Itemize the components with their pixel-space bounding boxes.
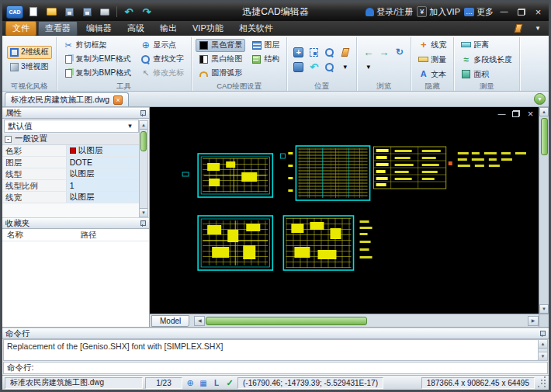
model-tab[interactable]: Model: [151, 315, 189, 327]
ribbon-item-copy-bmp[interactable]: 复制为BMP格式: [61, 67, 135, 80]
pan-button[interactable]: [291, 46, 306, 59]
login-register-button[interactable]: 登录/注册: [366, 6, 413, 18]
menu-advanced[interactable]: 高级: [120, 21, 151, 36]
tab-close-icon[interactable]: [113, 95, 123, 105]
minimize-button[interactable]: [497, 6, 511, 18]
redraw-brush-icon: [341, 48, 349, 57]
scroll-thumb[interactable]: [140, 131, 147, 151]
ribbon-item-text-toggle[interactable]: 文本: [415, 68, 449, 81]
ribbon-item-lineweight[interactable]: 线宽: [415, 38, 449, 51]
redraw-button[interactable]: [338, 46, 352, 59]
scroll-thumb[interactable]: [541, 118, 548, 155]
refresh-button[interactable]: [392, 46, 407, 59]
browse-dropdown[interactable]: [361, 61, 376, 74]
save-as-button[interactable]: [79, 5, 95, 19]
menu-editor[interactable]: 编辑器: [79, 21, 119, 36]
ribbon-item-2d-wireframe[interactable]: 2维线框: [7, 46, 52, 59]
ribbon-item-copy-emf[interactable]: 复制为EMF格式: [61, 53, 135, 66]
favorites-column-path[interactable]: 路径: [76, 229, 150, 241]
drawing-canvas[interactable]: Model: [150, 107, 549, 327]
pin-icon[interactable]: [140, 220, 146, 227]
zoom-in-button[interactable]: [322, 46, 337, 59]
scroll-up-icon[interactable]: [140, 121, 147, 130]
close-button[interactable]: [532, 6, 545, 18]
menu-vip-features[interactable]: VIP功能: [185, 21, 230, 36]
ribbon-item-layers[interactable]: 图层: [248, 39, 282, 52]
zoom-dynamic-button[interactable]: [322, 61, 337, 74]
forward-button[interactable]: [376, 46, 391, 59]
property-group-general[interactable]: 一般设置: [2, 134, 139, 145]
resize-grip[interactable]: [537, 378, 546, 388]
osnap-toggle-icon[interactable]: [185, 377, 196, 388]
scroll-up-icon[interactable]: [539, 340, 547, 349]
zoom-window-button[interactable]: [307, 46, 321, 59]
ribbon-item-distance[interactable]: 距离: [458, 38, 515, 51]
close-icon: [533, 7, 543, 17]
menu-output[interactable]: 输出: [153, 21, 184, 36]
ribbon-collapse-button[interactable]: [530, 22, 546, 36]
new-file-button[interactable]: [26, 5, 41, 19]
command-scrollbar[interactable]: [538, 340, 547, 360]
ribbon-item-find-text[interactable]: 查找文字: [137, 53, 187, 66]
scroll-down-icon[interactable]: [140, 208, 147, 217]
open-file-button[interactable]: [43, 5, 59, 19]
forward-arrow-icon: [379, 47, 389, 57]
document-tab[interactable]: 标准农民房建筑施工图.dwg: [5, 92, 129, 106]
skin-button[interactable]: [511, 22, 526, 36]
join-vip-button[interactable]: 加入VIP: [417, 6, 460, 18]
canvas-vertical-scrollbar[interactable]: [539, 107, 549, 314]
scroll-right-icon[interactable]: [528, 316, 539, 326]
properties-scrollbar[interactable]: [139, 120, 148, 217]
grid-toggle-icon[interactable]: [198, 377, 209, 388]
print-button[interactable]: [97, 5, 113, 19]
ribbon-item-bw-drawing[interactable]: 黑白绘图: [196, 53, 245, 66]
scroll-left-icon[interactable]: [194, 316, 205, 326]
ribbon-item-measure-toggle[interactable]: 测量: [415, 53, 449, 66]
zoom-scale-dropdown[interactable]: [338, 61, 352, 74]
save-button[interactable]: [61, 5, 77, 19]
menu-related-software[interactable]: 相关软件: [232, 21, 280, 36]
ribbon-item-black-background[interactable]: 黑色背景: [196, 39, 245, 52]
ribbon-item-3d-view[interactable]: 3维视图: [7, 61, 52, 74]
ribbon-item-clip-frame[interactable]: 剪切框架: [61, 39, 135, 52]
mdi-minimize-icon[interactable]: [497, 109, 507, 119]
zoom-extents-button[interactable]: [291, 61, 306, 74]
property-value-layer[interactable]: DOTE: [67, 157, 139, 168]
scroll-thumb[interactable]: [206, 317, 366, 325]
maximize-button[interactable]: [515, 6, 528, 18]
property-preset-dropdown[interactable]: 默认值: [4, 120, 139, 133]
ribbon-item-show-points[interactable]: 显示点: [137, 39, 187, 52]
ribbon-item-structure[interactable]: 结构: [248, 53, 282, 66]
favorites-list[interactable]: [2, 241, 149, 327]
pin-icon[interactable]: [140, 110, 146, 116]
undo-button[interactable]: [121, 5, 137, 19]
property-value-lineweight[interactable]: 以图层: [67, 192, 139, 203]
scroll-up-icon[interactable]: [539, 107, 549, 116]
ribbon-item-smooth-arc[interactable]: 圆滑弧形: [196, 67, 245, 80]
ribbon-item-edit-cursor[interactable]: 修改光标: [137, 67, 187, 80]
zoom-previous-button[interactable]: [307, 61, 321, 74]
collapse-icon[interactable]: [5, 136, 12, 143]
command-input[interactable]: [36, 363, 544, 373]
scroll-down-icon[interactable]: [539, 352, 547, 360]
copy-emf-icon: [65, 55, 72, 64]
cad-drawing[interactable]: [150, 107, 539, 314]
ortho-toggle-icon[interactable]: [211, 377, 222, 388]
menu-file[interactable]: 文件: [5, 21, 36, 36]
ribbon-item-area[interactable]: 面积: [458, 68, 515, 81]
mdi-restore-icon[interactable]: [512, 110, 520, 117]
redo-button[interactable]: [139, 5, 154, 19]
scroll-down-icon[interactable]: [539, 304, 549, 314]
property-value-linetype-scale[interactable]: 1: [67, 180, 139, 191]
canvas-horizontal-scrollbar[interactable]: [189, 314, 539, 327]
ribbon-item-polyline-length[interactable]: 多段线长度: [458, 53, 515, 66]
favorites-column-name[interactable]: 名称: [2, 229, 76, 241]
menu-viewer[interactable]: 查看器: [38, 21, 78, 36]
back-button[interactable]: [361, 46, 376, 59]
property-value-linetype[interactable]: 以图层: [67, 168, 139, 179]
property-value-color[interactable]: 以图层: [67, 145, 139, 156]
more-button[interactable]: 更多: [464, 6, 494, 18]
pin-icon[interactable]: [539, 331, 546, 337]
mdi-close-icon[interactable]: [525, 109, 535, 119]
tab-list-dropdown[interactable]: [534, 93, 546, 105]
